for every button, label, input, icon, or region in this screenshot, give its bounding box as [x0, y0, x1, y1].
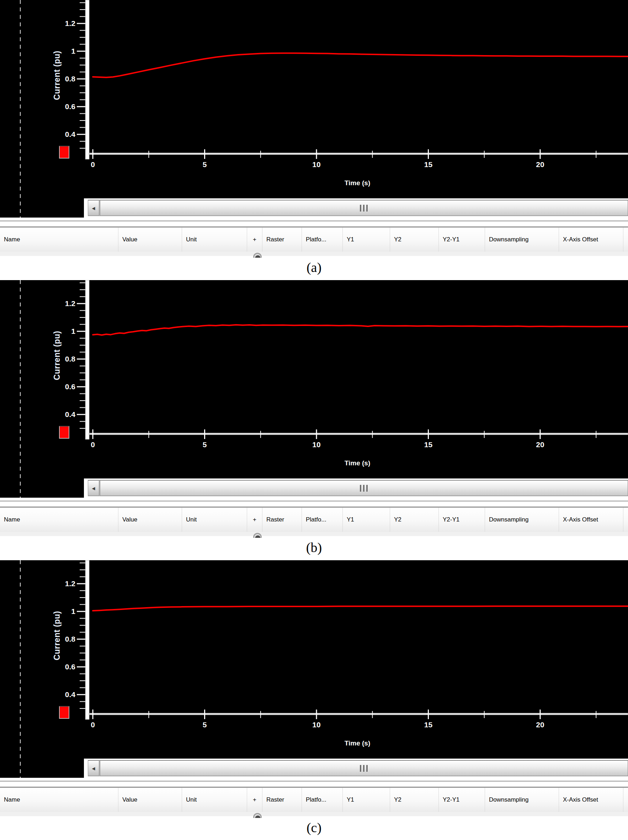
scroll-left-icon: ◄	[91, 765, 96, 771]
column-header-downsampling[interactable]: Downsampling	[485, 227, 559, 252]
horizontal-scrollbar[interactable]: ◄	[88, 480, 628, 496]
x-tick-label: 20	[526, 160, 554, 169]
scroll-left-button[interactable]: ◄	[88, 200, 99, 216]
horizontal-scrollbar[interactable]: ◄	[88, 200, 628, 216]
panel-divider-line	[0, 220, 628, 221]
signal-table-header: NameValueUnit+RasterPlatfo...Y1Y2Y2-Y1Do…	[0, 226, 628, 252]
oscilloscope-panel-b: 1.210.80.60.4Current (pu)05101520Time (s…	[0, 280, 628, 560]
y-tick-label: 0.4	[45, 410, 75, 419]
column-header-y2-y1[interactable]: Y2-Y1	[439, 508, 485, 532]
column-header-platfo[interactable]: Platfo...	[302, 508, 343, 532]
y-axis-bar	[85, 0, 89, 159]
sidebar-black-area	[0, 478, 84, 498]
column-header-x-axis-offset[interactable]: X-Axis Offset	[559, 227, 623, 252]
column-header-y2-y1[interactable]: Y2-Y1	[439, 788, 485, 812]
y-tick-label: 0.4	[45, 690, 75, 699]
horizontal-scrollbar[interactable]: ◄	[88, 760, 628, 776]
y-axis-bar	[85, 280, 89, 439]
column-header-value[interactable]: Value	[119, 508, 182, 532]
scrollbar-thumb[interactable]	[100, 480, 628, 496]
x-tick-label: 20	[526, 440, 554, 449]
sidebar-black-area	[0, 759, 84, 778]
column-header-name[interactable]: Name	[0, 227, 119, 252]
column-header-downsampling[interactable]: Downsampling	[485, 508, 559, 532]
column-header-plus[interactable]: +	[247, 508, 263, 532]
column-header-value[interactable]: Value	[119, 227, 182, 252]
x-axis-bar	[89, 153, 628, 155]
x-tick-label: 0	[79, 160, 107, 169]
x-tick-label: 10	[302, 440, 331, 449]
x-axis-title: Time (s)	[315, 178, 400, 188]
x-axis-title: Time (s)	[315, 459, 400, 468]
column-header-unit[interactable]: Unit	[182, 227, 247, 252]
scrollbar-thumb[interactable]	[100, 760, 628, 776]
column-header-name[interactable]: Name	[0, 788, 119, 812]
x-tick-label: 5	[191, 720, 219, 729]
x-tick-label: 10	[302, 720, 331, 729]
column-header-raster[interactable]: Raster	[263, 508, 302, 532]
column-header-y2[interactable]: Y2	[390, 508, 439, 532]
column-header-raster[interactable]: Raster	[263, 227, 302, 252]
scroll-left-icon: ◄	[91, 485, 96, 491]
figure-caption-a: (a)	[0, 258, 628, 278]
scrollbar-thumb[interactable]	[100, 200, 628, 216]
column-header-y2-y1[interactable]: Y2-Y1	[439, 227, 485, 252]
y-tick-label: 0.4	[45, 130, 75, 139]
legend-color-swatch	[59, 706, 70, 719]
column-header-x-axis-offset[interactable]: X-Axis Offset	[559, 508, 623, 532]
column-header-plus[interactable]: +	[247, 227, 263, 252]
column-header-y1[interactable]: Y1	[343, 508, 390, 532]
scrollbar-grip-icon	[360, 205, 368, 212]
y-axis-title: Current (pu)	[52, 302, 62, 409]
column-header-downsampling[interactable]: Downsampling	[485, 788, 559, 812]
y-axis-title: Current (pu)	[52, 582, 62, 689]
sidebar-black-area	[0, 198, 84, 218]
column-header-y1[interactable]: Y1	[343, 227, 390, 252]
x-tick-label: 10	[302, 160, 331, 169]
column-header-x-axis-offset[interactable]: X-Axis Offset	[559, 788, 623, 812]
y-axis-bar	[85, 560, 89, 720]
x-axis-bar	[89, 433, 628, 435]
scroll-left-button[interactable]: ◄	[88, 760, 99, 776]
panel-divider-line	[0, 781, 628, 782]
column-header-y1[interactable]: Y1	[343, 788, 390, 812]
y-axis-ticks	[77, 563, 85, 709]
column-header-filler	[623, 788, 628, 812]
legend-color-swatch	[59, 426, 70, 439]
oscilloscope-panel-a: 1.210.80.60.4Current (pu)05101520Time (s…	[0, 0, 628, 280]
table-row	[0, 812, 628, 816]
row-icon-clip	[253, 532, 263, 538]
column-header-value[interactable]: Value	[119, 788, 182, 812]
column-header-y2[interactable]: Y2	[390, 788, 439, 812]
x-tick-label: 15	[414, 720, 443, 729]
signal-table-header: NameValueUnit+RasterPlatfo...Y1Y2Y2-Y1Do…	[0, 787, 628, 812]
column-header-unit[interactable]: Unit	[182, 508, 247, 532]
x-axis-bar	[89, 713, 628, 715]
scroll-left-button[interactable]: ◄	[88, 480, 99, 496]
column-header-unit[interactable]: Unit	[182, 788, 247, 812]
column-header-y2[interactable]: Y2	[390, 227, 439, 252]
y-axis-title: Current (pu)	[52, 22, 62, 129]
current-curve	[93, 606, 628, 611]
row-status-circle-icon[interactable]	[253, 253, 262, 258]
panel-divider-line	[0, 501, 628, 502]
figure-caption-c: (c)	[0, 818, 628, 838]
column-header-raster[interactable]: Raster	[263, 788, 302, 812]
column-header-platfo[interactable]: Platfo...	[302, 788, 343, 812]
column-header-plus[interactable]: +	[247, 788, 263, 812]
x-tick-label: 0	[79, 720, 107, 729]
figure-caption-b: (b)	[0, 538, 628, 558]
current-curve	[93, 325, 628, 335]
row-status-circle-icon[interactable]	[253, 533, 262, 538]
signal-table-header: NameValueUnit+RasterPlatfo...Y1Y2Y2-Y1Do…	[0, 507, 628, 532]
column-header-filler	[623, 508, 628, 532]
x-tick-label: 15	[414, 160, 443, 169]
x-tick-label: 5	[191, 440, 219, 449]
row-status-circle-icon[interactable]	[253, 813, 262, 818]
table-row	[0, 252, 628, 256]
column-header-name[interactable]: Name	[0, 508, 119, 532]
x-tick-label: 15	[414, 440, 443, 449]
column-header-platfo[interactable]: Platfo...	[302, 227, 343, 252]
figure-page: { "table": { "columns": ["Name", "Value"…	[0, 0, 628, 840]
column-header-filler	[623, 227, 628, 252]
